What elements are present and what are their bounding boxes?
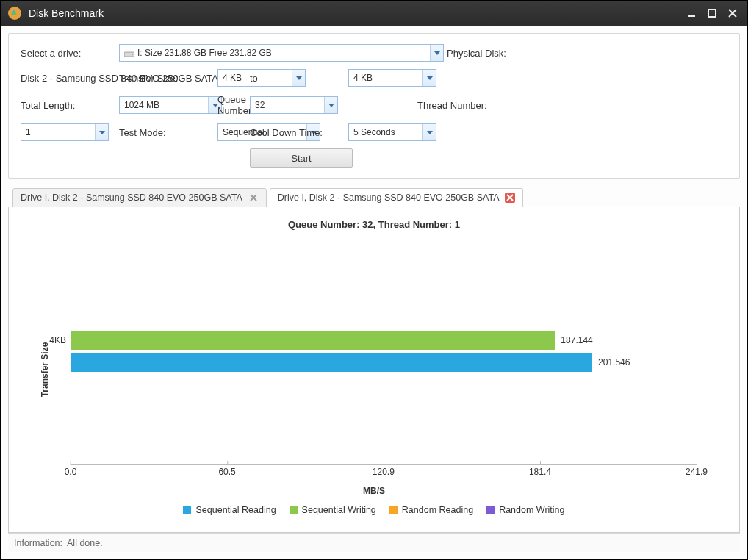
- legend-swatch: [183, 506, 191, 514]
- chart-xtick: 241.9: [686, 467, 708, 477]
- legend-label: Random Writing: [499, 505, 564, 515]
- tab-result-2[interactable]: Drive I, Disk 2 - Samsung SSD 840 EVO 25…: [270, 188, 524, 207]
- label-total-length: Total Length:: [21, 100, 116, 111]
- chart-xlabel: MB/S: [22, 486, 726, 496]
- legend-swatch: [290, 506, 298, 514]
- label-queue-number: Queue Number:: [217, 94, 247, 116]
- config-panel: Select a drive: I: Size 231.88 GB Free 2…: [8, 33, 740, 179]
- svg-rect-1: [13, 12, 16, 15]
- tab-result-1[interactable]: Drive I, Disk 2 - Samsung SSD 840 EVO 25…: [12, 188, 267, 207]
- start-button[interactable]: Start: [250, 148, 353, 168]
- label-select-drive: Select a drive:: [21, 48, 116, 59]
- total-length-select[interactable]: 1024 MB: [119, 96, 222, 114]
- legend-item: Sequential Writing: [290, 505, 376, 515]
- label-to: to: [250, 73, 345, 84]
- chart-xticks: 0.060.5120.9181.4241.9: [71, 467, 697, 487]
- chart-ycategory: 4KB: [41, 335, 66, 345]
- chart-xtick: 181.4: [529, 467, 551, 477]
- thread-number-select[interactable]: 1: [21, 123, 109, 141]
- transfer-to-select[interactable]: 4 KB: [348, 69, 436, 87]
- legend-label: Sequential Reading: [195, 505, 276, 515]
- chevron-down-icon: [422, 70, 436, 86]
- minimize-button[interactable]: [683, 4, 700, 22]
- chart-title: Queue Number: 32, Thread Number: 1: [22, 219, 726, 230]
- queue-number-select[interactable]: 32: [250, 96, 338, 114]
- drive-select-value: I: Size 231.88 GB Free 231.82 GB: [137, 48, 272, 58]
- chart-bar-label: 201.546: [598, 357, 630, 367]
- chart: Queue Number: 32, Thread Number: 1 Trans…: [9, 207, 739, 532]
- label-physical-disk: Physical Disk:: [447, 48, 550, 59]
- legend-item: Sequential Reading: [183, 505, 276, 515]
- chart-plot-area: 187.144201.546: [71, 237, 697, 465]
- status-bar: Information: All done.: [8, 533, 740, 552]
- chart-bar: [71, 353, 592, 372]
- legend-label: Sequential Writing: [302, 505, 376, 515]
- app-icon: [7, 5, 23, 21]
- tab-content: Queue Number: 32, Thread Number: 1 Trans…: [8, 207, 740, 533]
- legend-label: Random Reading: [402, 505, 473, 515]
- svg-point-7: [132, 54, 133, 55]
- label-thread-number: Thread Number:: [417, 100, 550, 111]
- maximize-button[interactable]: [703, 4, 721, 22]
- tab-bar: Drive I, Disk 2 - Samsung SSD 840 EVO 25…: [8, 187, 740, 207]
- label-transfer-size: Transfer Size:: [119, 73, 215, 84]
- app-window: Disk Benchmark Select a drive: I: Size 2…: [0, 0, 748, 560]
- window-title: Disk Benchmark: [29, 7, 680, 19]
- chevron-down-icon: [422, 124, 436, 140]
- label-cool-down: Cool Down Time:: [250, 127, 345, 138]
- cool-down-select[interactable]: 5 Seconds: [348, 123, 436, 141]
- drive-icon: [124, 49, 134, 57]
- chart-legend: Sequential ReadingSequential WritingRand…: [22, 505, 726, 515]
- chart-plot: 187.144201.546 0.060.5120.9181.4241.9: [71, 230, 697, 487]
- chevron-down-icon: [95, 124, 108, 140]
- status-label: Information:: [14, 538, 62, 548]
- physical-disk-value: Disk 2 - Samsung SSD 840 EVO 250GB SATA: [21, 73, 116, 84]
- svg-rect-3: [708, 10, 716, 17]
- titlebar: Disk Benchmark: [1, 1, 747, 26]
- status-text: All done.: [67, 538, 103, 548]
- chart-xtick: 0.0: [65, 467, 77, 477]
- legend-item: Random Writing: [486, 505, 564, 515]
- chart-xtick: 60.5: [218, 467, 235, 477]
- chart-xtick: 120.9: [373, 467, 395, 477]
- legend-item: Random Reading: [389, 505, 473, 515]
- tab-label: Drive I, Disk 2 - Samsung SSD 840 EVO 25…: [21, 193, 242, 203]
- chart-ylabel: Transfer Size: [40, 342, 50, 398]
- tab-close-icon[interactable]: [248, 193, 259, 203]
- app-body: Select a drive: I: Size 231.88 GB Free 2…: [1, 26, 747, 559]
- chart-bar-label: 187.144: [561, 335, 592, 345]
- legend-swatch: [486, 506, 495, 514]
- legend-swatch: [389, 506, 398, 514]
- chart-bar: [71, 331, 555, 350]
- chevron-down-icon: [430, 45, 443, 61]
- label-test-mode: Test Mode:: [119, 127, 215, 138]
- close-button[interactable]: [724, 4, 741, 22]
- tab-label: Drive I, Disk 2 - Samsung SSD 840 EVO 25…: [278, 193, 500, 203]
- drive-select[interactable]: I: Size 231.88 GB Free 231.82 GB: [119, 44, 444, 62]
- tab-close-icon[interactable]: [505, 193, 515, 203]
- chevron-down-icon: [324, 97, 337, 113]
